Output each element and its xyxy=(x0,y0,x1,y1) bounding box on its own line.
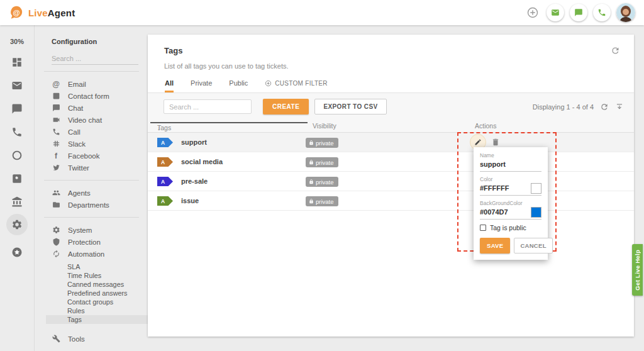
circle-icon xyxy=(11,150,23,161)
create-button[interactable]: CREATE xyxy=(263,99,309,114)
sidebar-item-label: Agents xyxy=(68,189,91,197)
background-color-swatch[interactable] xyxy=(531,207,541,218)
cancel-button[interactable]: CANCEL xyxy=(514,238,552,254)
new-ticket-button[interactable] xyxy=(547,4,564,21)
tab-bar: All Private Public CUSTOM FILTER xyxy=(148,79,634,93)
save-button[interactable]: SAVE xyxy=(480,238,510,254)
sidebar-item-time-rules[interactable]: Time Rules xyxy=(52,271,148,280)
rail-tickets-button[interactable] xyxy=(11,79,23,92)
get-live-help-button[interactable]: Get Live Help xyxy=(632,244,643,296)
sidebar-item-twitter[interactable]: Twitter xyxy=(52,162,148,174)
usage-percent: 30% xyxy=(10,38,24,45)
sidebar-item-canned-messages[interactable]: Canned messages xyxy=(52,280,148,289)
color-field[interactable]: #FFFFFF xyxy=(480,182,541,196)
sidebar-item-sla[interactable]: SLA xyxy=(52,262,148,271)
color-swatch[interactable] xyxy=(531,183,541,194)
twitter-icon xyxy=(52,164,60,172)
rail-calls-button[interactable] xyxy=(11,126,23,138)
new-call-button[interactable] xyxy=(593,4,611,21)
sorted-column-underline xyxy=(150,122,308,123)
displaying-count: Displaying 1 - 4 of 4 xyxy=(533,103,594,111)
sidebar-item-agents[interactable]: Agents xyxy=(52,187,148,199)
sidebar-item-contact-groups[interactable]: Contact groups xyxy=(52,298,148,306)
lock-icon xyxy=(309,160,314,165)
sidebar-item-predefined-answers[interactable]: Predefined answers xyxy=(52,289,148,298)
table-row-support[interactable]: A support private xyxy=(148,133,634,152)
tag-name: pre-sale xyxy=(181,177,208,185)
name-field[interactable]: support xyxy=(480,159,541,172)
column-actions: Actions xyxy=(475,122,496,130)
search-input[interactable] xyxy=(164,99,252,114)
tab-custom-filter[interactable]: CUSTOM FILTER xyxy=(265,80,328,92)
sidebar-item-label: Twitter xyxy=(68,164,89,172)
rail-dashboard-button[interactable] xyxy=(11,56,23,69)
sidebar-item-video-chat[interactable]: Video chat xyxy=(52,114,148,126)
sidebar-item-slack[interactable]: Slack xyxy=(52,138,148,150)
tag-name: support xyxy=(181,138,207,146)
checkbox[interactable] xyxy=(480,225,486,231)
sidebar-item-protection[interactable]: Protection xyxy=(52,236,148,248)
export-csv-button[interactable]: EXPORT TO CSV xyxy=(314,99,386,114)
user-avatar[interactable] xyxy=(616,3,635,22)
background-color-field[interactable]: #0074D7 xyxy=(480,206,541,220)
table-row-pre-sale[interactable]: A pre-sale private xyxy=(148,172,634,191)
sidebar-item-chat[interactable]: Chat xyxy=(52,102,148,114)
rail-addons-button[interactable] xyxy=(11,246,23,259)
color-label: Color xyxy=(480,176,541,182)
divider xyxy=(44,180,139,181)
tags-panel: Tags List of all tags you can use to tag… xyxy=(148,35,634,337)
sidebar-item-facebook[interactable]: f Facebook xyxy=(52,150,148,162)
sidebar-item-departments[interactable]: Departments xyxy=(52,199,148,211)
table-header: ↓ Tags Visibility Actions xyxy=(148,120,634,133)
sidebar-item-label: Tools xyxy=(68,335,85,343)
new-chat-button[interactable] xyxy=(570,4,587,21)
delete-tag-button[interactable] xyxy=(491,138,500,147)
tab-private[interactable]: Private xyxy=(191,79,212,92)
email-icon xyxy=(551,8,560,17)
add-button[interactable] xyxy=(525,4,541,21)
sidebar-item-system[interactable]: System xyxy=(52,224,148,236)
facebook-icon: f xyxy=(52,152,60,160)
visibility-badge: private xyxy=(306,138,338,148)
rail-chats-button[interactable] xyxy=(11,103,23,115)
sidebar-item-tags[interactable]: Tags xyxy=(46,315,148,324)
tab-public[interactable]: Public xyxy=(229,79,248,92)
tag-chip: A xyxy=(157,196,173,206)
rail-company-button[interactable] xyxy=(11,196,23,208)
phone-icon xyxy=(52,128,60,136)
tag-name: issue xyxy=(181,197,199,204)
sidebar-item-automation[interactable]: Automation xyxy=(52,248,148,260)
rail-contacts-button[interactable] xyxy=(11,172,23,185)
tab-all[interactable]: All xyxy=(165,79,174,92)
table-row-issue[interactable]: A issue private xyxy=(148,191,634,211)
svg-text:@: @ xyxy=(13,9,19,16)
tag-chip: A xyxy=(157,177,173,186)
sidebar-item-label: Facebook xyxy=(68,152,100,160)
rail-status-button[interactable] xyxy=(11,149,23,162)
sidebar-item-email[interactable]: @ Email xyxy=(52,78,148,90)
brand-logo[interactable]: @ LiveAgent xyxy=(9,5,75,20)
refresh-button[interactable] xyxy=(611,46,620,55)
color-value[interactable]: #FFFFFF xyxy=(480,182,531,195)
tab-label: CUSTOM FILTER xyxy=(275,80,328,87)
sidebar-item-tools[interactable]: Tools xyxy=(52,333,148,345)
at-icon: @ xyxy=(52,80,60,89)
liveagent-bubble-icon: @ xyxy=(9,5,24,20)
sidebar-item-call[interactable]: Call xyxy=(52,126,148,138)
lock-icon xyxy=(309,199,314,204)
sidebar-item-contact-form[interactable]: Contact form xyxy=(52,90,148,102)
gear-icon xyxy=(11,219,23,230)
sidebar-item-rules[interactable]: Rules xyxy=(52,306,148,315)
name-value[interactable]: support xyxy=(480,159,541,171)
sidebar-search-input[interactable] xyxy=(52,53,138,65)
reload-list-button[interactable] xyxy=(600,103,609,111)
sidebar-item-label: Protection xyxy=(68,238,101,246)
rail-settings-button[interactable] xyxy=(6,214,28,235)
table-row-social-media[interactable]: A social media private xyxy=(148,152,634,172)
download-to-top-icon xyxy=(615,103,624,111)
phone-icon xyxy=(11,126,23,138)
background-color-value[interactable]: #0074D7 xyxy=(480,206,531,219)
tag-is-public-option[interactable]: Tag is public xyxy=(480,224,541,231)
gear-icon xyxy=(52,226,60,235)
collapse-button[interactable] xyxy=(615,103,624,111)
